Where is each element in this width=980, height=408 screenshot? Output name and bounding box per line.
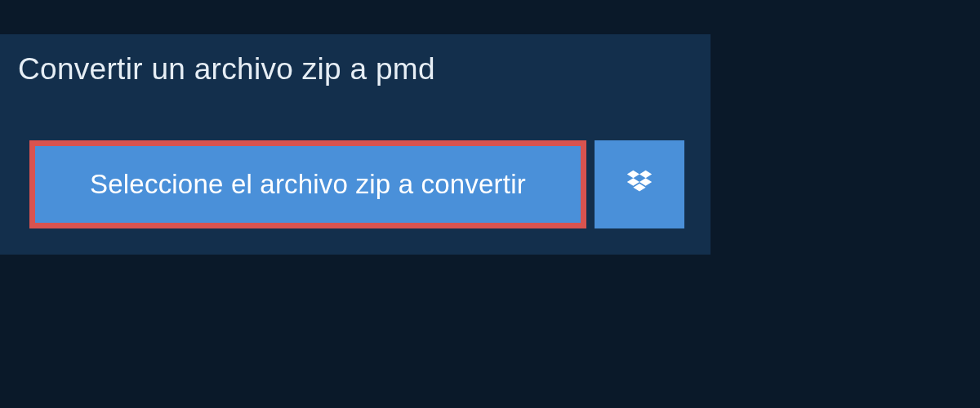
heading-container: Convertir un archivo zip a pmd: [0, 34, 461, 103]
dropbox-button[interactable]: [595, 140, 684, 228]
select-file-button[interactable]: Seleccione el archivo zip a convertir: [29, 140, 586, 228]
button-row: Seleccione el archivo zip a convertir: [0, 103, 710, 228]
dropbox-icon: [624, 167, 655, 202]
select-file-label: Seleccione el archivo zip a convertir: [90, 169, 526, 200]
converter-panel: Convertir un archivo zip a pmd Seleccion…: [0, 34, 710, 255]
page-title: Convertir un archivo zip a pmd: [18, 52, 435, 86]
